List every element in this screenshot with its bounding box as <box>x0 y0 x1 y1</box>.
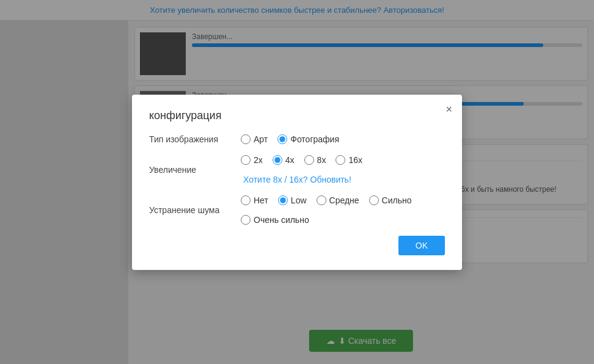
radio-photo[interactable]: Фотография <box>277 134 339 144</box>
radio-2x-label: 2x <box>254 155 263 165</box>
modal: конфигурация × Тип изображения Арт Фотог… <box>132 95 462 270</box>
radio-16x-input[interactable] <box>336 155 345 165</box>
modal-overlay: конфигурация × Тип изображения Арт Фотог… <box>0 0 594 364</box>
radio-art-label: Арт <box>254 134 268 144</box>
radio-photo-label: Фотография <box>290 134 339 144</box>
radio-4x-input[interactable] <box>273 155 282 165</box>
radio-low-label: Low <box>291 195 307 205</box>
radio-none-label: Нет <box>254 195 268 205</box>
upgrade-link[interactable]: Хотите 8х / 16х? Обновить! <box>243 175 351 184</box>
noise-label: Устранение шума <box>149 205 241 215</box>
magnification-row: Увеличение 2x 4x 8x 16x Хотит <box>149 155 445 184</box>
modal-close-button[interactable]: × <box>446 103 452 116</box>
radio-2x[interactable]: 2x <box>241 155 263 165</box>
magnification-label: Увеличение <box>149 165 241 175</box>
modal-footer: OK <box>149 236 445 255</box>
radio-16x[interactable]: 16x <box>336 155 362 165</box>
radio-strong-input[interactable] <box>369 195 379 205</box>
radio-photo-input[interactable] <box>277 134 287 144</box>
radio-8x-label: 8x <box>317 155 326 165</box>
radio-2x-input[interactable] <box>241 155 251 165</box>
radio-very-strong[interactable]: Очень сильно <box>241 215 309 225</box>
radio-none-input[interactable] <box>241 195 251 205</box>
radio-medium-input[interactable] <box>317 195 326 205</box>
image-type-row: Тип изображения Арт Фотография <box>149 134 445 144</box>
noise-options: Нет Low Средне Сильно Очень сильно <box>241 195 445 225</box>
radio-16x-label: 16x <box>348 155 362 165</box>
image-type-label: Тип изображения <box>149 134 241 144</box>
radio-art[interactable]: Арт <box>241 134 268 144</box>
radio-none[interactable]: Нет <box>241 195 268 205</box>
magnification-options: 2x 4x 8x 16x Хотите 8х / 16х? Обновить! <box>241 155 445 184</box>
radio-low[interactable]: Low <box>278 195 307 205</box>
noise-row: Устранение шума Нет Low Средне Сильно <box>149 195 445 225</box>
radio-8x-input[interactable] <box>304 155 314 165</box>
radio-4x-label: 4x <box>285 155 295 165</box>
radio-very-strong-input[interactable] <box>241 215 251 225</box>
radio-low-input[interactable] <box>278 195 288 205</box>
modal-title: конфигурация <box>149 109 445 122</box>
image-type-options: Арт Фотография <box>241 134 339 144</box>
radio-art-input[interactable] <box>241 134 251 144</box>
radio-strong[interactable]: Сильно <box>369 195 412 205</box>
ok-button[interactable]: OK <box>398 236 445 255</box>
radio-8x[interactable]: 8x <box>304 155 326 165</box>
radio-medium[interactable]: Средне <box>317 195 359 205</box>
radio-4x[interactable]: 4x <box>273 155 295 165</box>
radio-very-strong-label: Очень сильно <box>254 215 309 225</box>
radio-medium-label: Средне <box>329 195 359 205</box>
radio-strong-label: Сильно <box>382 195 412 205</box>
